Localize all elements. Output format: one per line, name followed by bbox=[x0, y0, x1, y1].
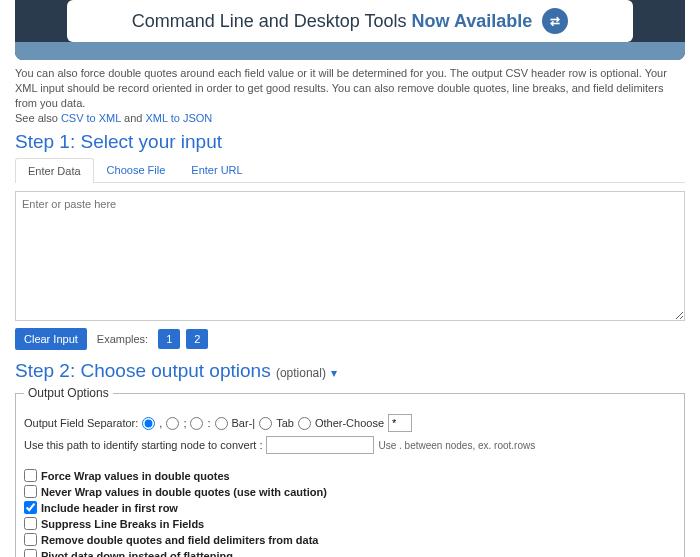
path-row: Use this path to identify starting node … bbox=[24, 436, 676, 454]
input-textarea[interactable] bbox=[15, 191, 685, 321]
step2-heading[interactable]: Step 2: Choose output options (optional)… bbox=[0, 354, 700, 386]
example-2-button[interactable]: 2 bbox=[186, 329, 208, 349]
field-separator-row: Output Field Separator: , ; : Bar-| Tab … bbox=[24, 414, 676, 432]
chk-remove-quotes[interactable] bbox=[24, 533, 37, 546]
sep-comma-radio[interactable] bbox=[142, 417, 155, 430]
chevron-down-icon: ▾ bbox=[331, 366, 337, 380]
sep-colon-radio[interactable] bbox=[190, 417, 203, 430]
top-banner: Command Line and Desktop Tools Now Avail… bbox=[15, 0, 685, 60]
link-xml-to-json[interactable]: XML to JSON bbox=[145, 112, 212, 124]
example-1-button[interactable]: 1 bbox=[158, 329, 180, 349]
tab-enter-data[interactable]: Enter Data bbox=[15, 158, 94, 183]
chk-suppress-breaks[interactable] bbox=[24, 517, 37, 530]
clear-input-button[interactable]: Clear Input bbox=[15, 328, 87, 350]
chk-pivot[interactable] bbox=[24, 549, 37, 557]
sep-other-radio[interactable] bbox=[298, 417, 311, 430]
link-csv-to-xml[interactable]: CSV to XML bbox=[61, 112, 121, 124]
banner-content[interactable]: Command Line and Desktop Tools Now Avail… bbox=[67, 0, 633, 42]
output-options-legend: Output Options bbox=[24, 386, 113, 400]
output-options-fieldset: Output Options Output Field Separator: ,… bbox=[15, 386, 685, 557]
sep-semicolon-radio[interactable] bbox=[166, 417, 179, 430]
chk-force-wrap[interactable] bbox=[24, 469, 37, 482]
input-tabs: Enter Data Choose File Enter URL bbox=[15, 157, 685, 183]
chk-never-wrap[interactable] bbox=[24, 485, 37, 498]
sep-bar-radio[interactable] bbox=[215, 417, 228, 430]
arrow-right-circle-icon: ⇄ bbox=[542, 8, 568, 34]
intro-text: You can also force double quotes around … bbox=[0, 64, 700, 125]
sep-other-input[interactable] bbox=[388, 414, 412, 432]
starting-node-path-input[interactable] bbox=[266, 436, 374, 454]
chk-include-header[interactable] bbox=[24, 501, 37, 514]
tab-choose-file[interactable]: Choose File bbox=[94, 157, 179, 182]
tab-enter-url[interactable]: Enter URL bbox=[178, 157, 255, 182]
step1-heading: Step 1: Select your input bbox=[0, 125, 700, 157]
banner-text: Command Line and Desktop Tools Now Avail… bbox=[132, 11, 533, 32]
examples-label: Examples: bbox=[93, 333, 152, 345]
sep-tab-radio[interactable] bbox=[259, 417, 272, 430]
